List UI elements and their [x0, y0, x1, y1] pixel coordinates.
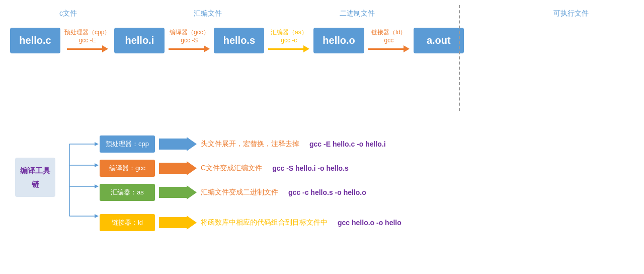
tool-rows: 预处理器：cpp 头文件展开，宏替换，注释去掉 gcc -E hello.c -… [100, 133, 634, 236]
desc-ld: 将函数库中相应的代码组合到目标文件中 [201, 218, 328, 227]
arrow-preprocessor: 预处理器（cpp） gcc -E [64, 29, 110, 52]
arrow-preprocessor-label: 预处理器（cpp） gcc -E [64, 29, 110, 44]
svg-marker-5 [95, 142, 99, 146]
desc-cpp: 头文件展开，宏替换，注释去掉 [201, 140, 299, 149]
pipeline-row: hello.c 预处理器（cpp） gcc -E hello.i 编译器（gcc… [10, 28, 634, 53]
arrow-compiler-label: 编译器（gcc） gcc -S [170, 29, 209, 44]
dashed-separator [459, 5, 460, 111]
tool-row-ld: 链接器：ld 将函数库中相应的代码组合到目标文件中 gcc hello.o -o… [100, 212, 634, 233]
arrow-compiler: 编译器（gcc） gcc -S [169, 29, 210, 52]
cmd-as: gcc -c hello.s -o hello.o [288, 188, 366, 196]
label-bin-file: 二进制文件 [340, 9, 375, 18]
tool-box-gcc: 编译器：gcc [100, 160, 155, 177]
tool-row-cpp: 预处理器：cpp 头文件展开，宏替换，注释去掉 gcc -E hello.c -… [100, 133, 634, 155]
arrow-assembler: 汇编器（as） gcc -c [268, 29, 309, 52]
svg-marker-7 [95, 184, 99, 188]
arrow-assembler-label: 汇编器（as） gcc -c [271, 29, 307, 44]
file-box-hello-i: hello.i [114, 28, 165, 53]
tool-box-cpp: 预处理器：cpp [100, 135, 155, 153]
big-arrow-cpp [159, 137, 197, 151]
svg-marker-6 [95, 163, 99, 167]
top-pipeline: c文件 汇编文件 二进制文件 可执行文件 hello.c 预处理器（cpp） g… [0, 0, 644, 116]
label-c-file: c文件 [59, 9, 77, 18]
big-arrow-as [159, 185, 197, 199]
tool-row-gcc: 编译器：gcc C文件变成汇编文件 gcc -S hello.i -o hell… [100, 158, 634, 179]
file-box-a-out: a.out [414, 28, 464, 53]
cmd-cpp: gcc -E hello.c -o hello.i [309, 140, 386, 148]
big-arrow-ld [159, 216, 197, 230]
tool-box-as: 汇编器：as [100, 184, 155, 201]
file-box-hello-s: hello.s [214, 28, 264, 53]
tool-row-as: 汇编器：as 汇编文件变成二进制文件 gcc -c hello.s -o hel… [100, 182, 634, 203]
desc-as: 汇编文件变成二进制文件 [201, 188, 278, 197]
cmd-ld: gcc hello.o -o hello [338, 219, 401, 227]
label-asm-file: 汇编文件 [194, 9, 222, 18]
arrow-linker: 链接器（ld） gcc [368, 29, 410, 52]
cmd-gcc: gcc -S hello.i -o hello.s [272, 164, 349, 172]
svg-marker-8 [95, 214, 99, 218]
file-box-hello-o: hello.o [313, 28, 364, 53]
file-box-hello-c: hello.c [10, 28, 60, 53]
tool-box-ld: 链接器：ld [100, 214, 155, 231]
main-diagram: c文件 汇编文件 二进制文件 可执行文件 hello.c 预处理器（cpp） g… [0, 0, 644, 274]
label-exe-file: 可执行文件 [553, 9, 589, 18]
compiler-chain-box: 编译工具链 [15, 158, 55, 197]
arrow-linker-label: 链接器（ld） gcc [371, 29, 406, 44]
big-arrow-gcc [159, 161, 197, 175]
desc-gcc: C文件变成汇编文件 [201, 164, 262, 173]
